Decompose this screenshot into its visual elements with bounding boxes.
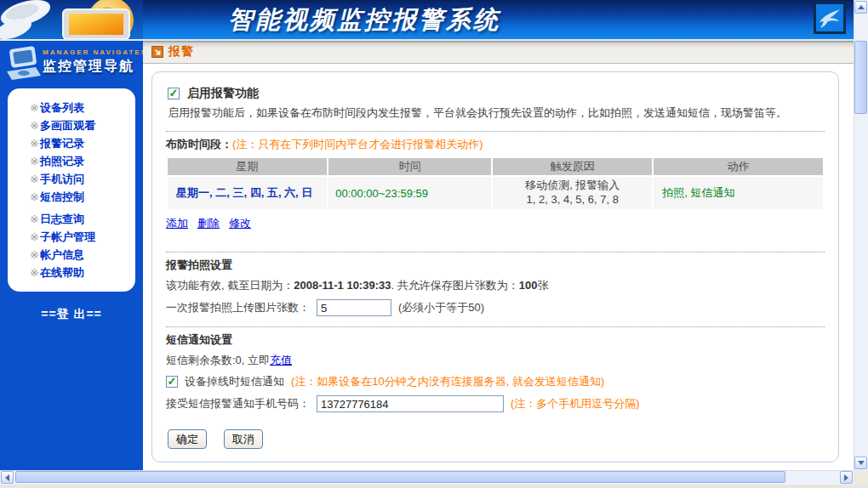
asterisk-icon: ※: [30, 101, 39, 114]
phone-number-label: 接受短信报警通知手机号码：: [166, 396, 310, 411]
logout-button[interactable]: ==登 出==: [0, 307, 143, 322]
vertical-scrollbar[interactable]: [854, 0, 868, 470]
schedule-heading: 布防时间段：(注：只有在下列时间内平台才会进行报警相关动作): [166, 137, 825, 152]
scroll-down-button[interactable]: [854, 457, 867, 469]
table-row[interactable]: 星期一, 二, 三, 四, 五, 六, 日 00:00:00~23:59:59 …: [168, 177, 823, 209]
col-trigger: 触发原因: [493, 158, 652, 175]
sidebar-item-label: 手机访问: [40, 173, 84, 185]
sidebar: MANAGER NAVIGATES 监控管理导航 ※设备列表 ※多画面观看 ※报…: [0, 41, 143, 470]
offline-sms-row: 设备掉线时短信通知 (注：如果设备在10分钟之内没有连接服务器, 就会发送短信通…: [166, 374, 825, 389]
asterisk-icon: ※: [30, 213, 39, 225]
chevron-left-icon: [5, 474, 9, 481]
sidebar-item-mobile-access[interactable]: ※手机访问: [30, 170, 135, 188]
sidebar-item-label: 报警记录: [40, 137, 84, 150]
sidebar-header: MANAGER NAVIGATES 监控管理导航: [0, 41, 143, 87]
sidebar-item-online-help[interactable]: ※在线帮助: [30, 264, 135, 281]
sidebar-header-zh: 监控管理导航: [43, 58, 147, 76]
modify-link[interactable]: 修改: [229, 217, 251, 230]
sidebar-item-device-list[interactable]: ※设备列表: [30, 99, 135, 116]
sidebar-header-en: MANAGER NAVIGATES: [43, 48, 147, 56]
chevron-right-icon: [844, 474, 848, 481]
sms-settings-title: 短信通知设置: [166, 332, 825, 348]
max-count: 100: [519, 279, 538, 292]
bottom-edge: [0, 485, 868, 488]
cell-trigger: 移动侦测, 报警输入 1, 2, 3, 4, 5, 6, 7, 8: [493, 177, 652, 209]
sidebar-item-label: 短信控制: [40, 190, 84, 203]
sidebar-item-multi-view[interactable]: ※多画面观看: [30, 116, 135, 134]
upload-count-input[interactable]: [317, 299, 391, 316]
chevron-up-icon: [858, 5, 865, 9]
asterisk-icon: ※: [30, 155, 39, 167]
sidebar-item-label: 设备列表: [40, 101, 84, 114]
top-banner: 智能视频监控报警系统: [0, 0, 854, 41]
section-header: 报警: [143, 41, 854, 64]
sidebar-item-label: 拍照记录: [40, 155, 84, 167]
section-title: 报警: [168, 44, 194, 60]
swallow-logo[interactable]: [814, 2, 846, 34]
valid-suffix: 张: [537, 279, 548, 292]
divider: [166, 252, 825, 253]
horizontal-scrollbar-thumb[interactable]: [15, 471, 785, 483]
sidebar-item-log-query[interactable]: ※日志查询: [30, 210, 135, 228]
col-week: 星期: [168, 158, 327, 175]
scroll-up-button[interactable]: [854, 1, 867, 14]
sidebar-item-subaccount[interactable]: ※子帐户管理: [30, 228, 135, 246]
enable-alarm-label: 启用报警功能: [187, 86, 259, 101]
asterisk-icon: ※: [30, 266, 39, 279]
offline-sms-note: (注：如果设备在10分钟之内没有连接服务器, 就会发送短信通知): [291, 374, 604, 389]
vertical-scrollbar-thumb[interactable]: [854, 41, 867, 114]
enable-alarm-description: 启用报警功能后，如果设备在布防时间段内发生报警，平台就会执行预先设置的动作，比如…: [168, 105, 825, 121]
upload-count-label: 一次报警拍照上传图片张数：: [166, 300, 310, 315]
horizontal-scrollbar[interactable]: [0, 470, 854, 485]
sidebar-item-label: 日志查询: [40, 213, 84, 225]
cancel-button[interactable]: 取消: [224, 429, 263, 449]
scroll-right-button[interactable]: [840, 471, 853, 484]
photo-validity-line: 该功能有效, 截至日期为：2008-11-1 10:39:33. 共允许保存图片…: [166, 278, 825, 293]
sidebar-menu: ※设备列表 ※多画面观看 ※报警记录 ※拍照记录 ※手机访问 ※短信控制 ※日志…: [8, 88, 135, 292]
laptop-icon: [3, 46, 43, 82]
cell-week: 星期一, 二, 三, 四, 五, 六, 日: [168, 177, 327, 209]
satellite-globe-logo-icon: [0, 0, 143, 39]
valid-prefix: 该功能有效, 截至日期为：: [166, 279, 294, 292]
trigger-line2: 1, 2, 3, 4, 5, 6, 7, 8: [493, 193, 652, 207]
sidebar-item-label: 在线帮助: [40, 266, 84, 279]
offline-sms-checkbox[interactable]: [166, 376, 178, 388]
chevron-down-icon: [858, 461, 865, 465]
valid-date: 2008-11-1 10:39:33: [294, 279, 391, 292]
asterisk-icon: ※: [30, 230, 39, 243]
schedule-note: (注：只有在下列时间内平台才会进行报警相关动作): [232, 138, 483, 150]
sidebar-item-alarm-records[interactable]: ※报警记录: [30, 134, 135, 152]
asterisk-icon: ※: [30, 190, 39, 203]
button-row: 确定 取消: [168, 429, 825, 449]
col-time: 时间: [328, 158, 491, 175]
recharge-link[interactable]: 充值: [270, 354, 292, 366]
delete-link[interactable]: 删除: [197, 217, 220, 230]
valid-mid: . 共允许保存图片张数为：: [391, 279, 518, 292]
enable-alarm-checkbox[interactable]: [168, 88, 180, 99]
page-title: 智能视频监控报警系统: [228, 3, 534, 37]
schedule-links: 添加删除修改: [166, 216, 825, 231]
photo-settings-title: 报警拍照设置: [166, 258, 825, 273]
ok-button[interactable]: 确定: [168, 429, 207, 449]
settings-panel: 启用报警功能 启用报警功能后，如果设备在布防时间段内发生报警，平台就会执行预先设…: [151, 71, 839, 462]
main-content: 报警 启用报警功能 启用报警功能后，如果设备在布防时间段内发生报警，平台就会执行…: [143, 41, 854, 470]
sidebar-item-account-info[interactable]: ※帐户信息: [30, 246, 135, 264]
app-window: 智能视频监控报警系统 MANAGER NAVIGATES 监控管理导航 ※设备列…: [0, 0, 868, 488]
col-action: 动作: [654, 158, 823, 175]
table-header-row: 星期 时间 触发原因 动作: [168, 158, 823, 175]
add-link[interactable]: 添加: [166, 217, 188, 230]
schedule-title: 布防时间段：: [166, 138, 232, 150]
trigger-line1: 移动侦测, 报警输入: [493, 179, 652, 193]
sidebar-item-photo-records[interactable]: ※拍照记录: [30, 152, 135, 170]
enable-alarm-row: 启用报警功能: [168, 86, 825, 101]
sidebar-item-sms-control[interactable]: ※短信控制: [30, 188, 135, 206]
upload-count-row: 一次报警拍照上传图片张数： (必须小于等于50): [166, 299, 825, 316]
scroll-left-button[interactable]: [1, 471, 14, 484]
schedule-table: 星期 时间 触发原因 动作 星期一, 二, 三, 四, 五, 六, 日 00:0…: [166, 156, 825, 211]
sidebar-header-text: MANAGER NAVIGATES 监控管理导航: [43, 48, 147, 76]
phone-number-input[interactable]: [317, 395, 504, 412]
offline-sms-label: 设备掉线时短信通知: [185, 374, 284, 389]
asterisk-icon: ※: [30, 137, 39, 150]
sidebar-item-label: 子帐户管理: [40, 230, 95, 243]
sms-remaining-label: 短信剩余条数:0, 立即: [166, 354, 270, 366]
